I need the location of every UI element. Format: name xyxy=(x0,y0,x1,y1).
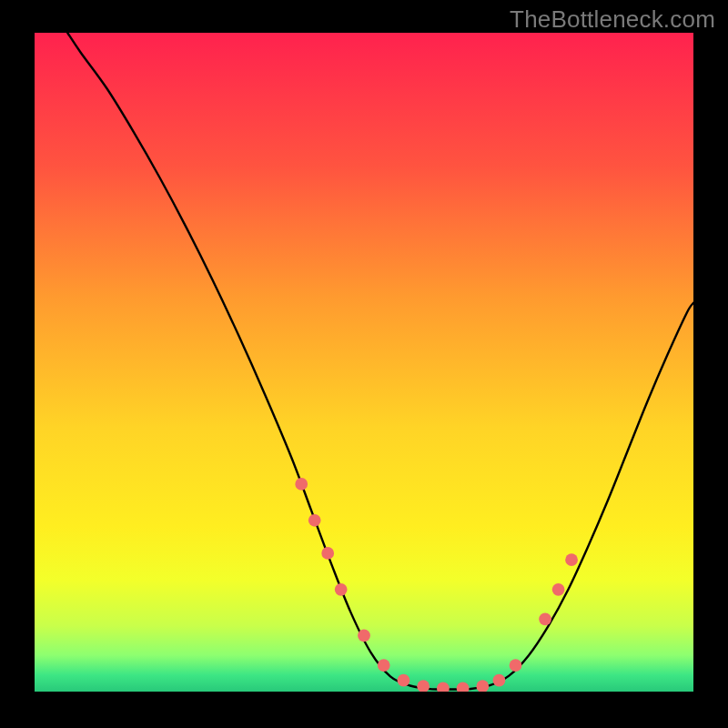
data-point xyxy=(417,680,430,693)
data-point xyxy=(476,680,489,693)
data-point xyxy=(335,583,348,596)
data-point xyxy=(378,659,390,672)
bottleneck-chart xyxy=(0,0,728,728)
data-point xyxy=(565,553,578,566)
data-point xyxy=(398,674,410,687)
data-point xyxy=(457,682,470,695)
chart-frame: TheBottleneck.com xyxy=(0,0,728,728)
data-point xyxy=(510,659,522,672)
data-point xyxy=(437,682,450,695)
data-point xyxy=(308,514,321,527)
data-point xyxy=(552,583,565,596)
data-point xyxy=(295,478,308,490)
data-point xyxy=(539,612,551,625)
data-point xyxy=(358,630,370,642)
data-point xyxy=(321,547,334,560)
watermark-text: TheBottleneck.com xyxy=(510,5,715,34)
data-point xyxy=(493,674,506,687)
